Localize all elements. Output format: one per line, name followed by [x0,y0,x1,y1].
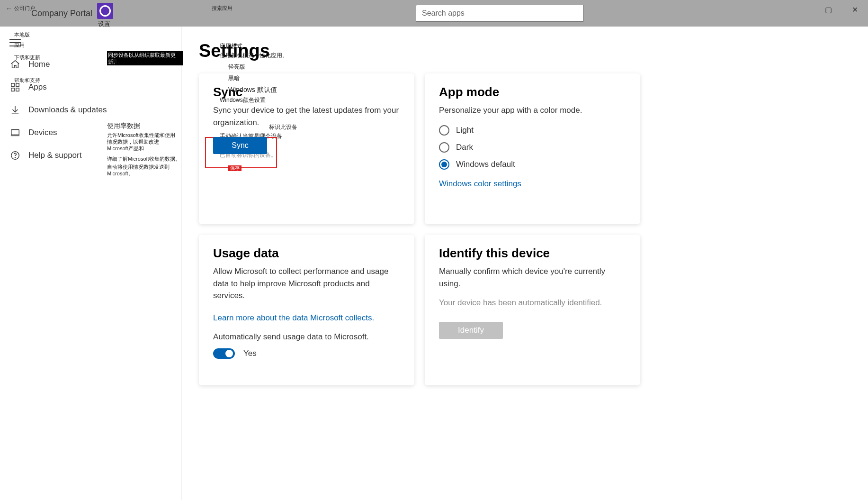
sync-button[interactable]: Sync [213,137,267,154]
overlay-cn-search: 搜索应用 [212,5,233,12]
overlay-cn-dark: 黑暗 [228,75,240,82]
overlay-cn-usage-desc: 允许Microsoft收集性能和使用情况数据，以帮助改进Microsoft产品和 [107,132,178,152]
radio-dark-label: Dark [456,143,473,152]
overlay-cn-appmode-desc: 使用颜色模式个性化应用。 [220,52,288,59]
overlay-cn-localization: 本地版 [14,31,30,38]
appmode-title: App mode [439,85,626,100]
identify-status: Your device has been automatically ident… [439,298,626,308]
sync-button-area: Sync 保存 [213,137,400,175]
svg-rect-0 [11,83,14,86]
usage-learn-more-link[interactable]: Learn more about the data Microsoft coll… [213,313,374,323]
usage-title: Usage data [213,246,400,261]
card-sync: Sync Sync your device to get the latest … [199,73,414,224]
usage-toggle-row: Yes [213,348,400,359]
nav-help-label: Help & support [28,151,81,160]
home-icon [9,59,21,70]
radio-light-label: Light [456,126,474,135]
identify-title: Identify this device [439,246,626,261]
overlay-cn-appmode: 应用模式 [220,43,242,49]
nav-home-label: Home [28,60,50,69]
sync-button-label: Sync [232,141,249,150]
radio-dark[interactable]: Dark [439,142,626,153]
logo-circle-icon [99,5,111,17]
svg-rect-3 [16,88,19,91]
usage-toggle-label: Yes [243,349,257,358]
overlay-cn-usage-auto: 自动将使用情况数据发送到Microsoft。 [107,164,181,177]
overlay-cn-apps: 应用 [14,42,25,49]
close-button[interactable]: ✕ [841,0,868,19]
search-input[interactable]: Search apps [416,5,584,22]
search-placeholder: Search apps [422,9,465,18]
window-controls: ▢ ✕ [815,0,868,19]
overlay-cn-usage-heading: 使用率数据 [107,122,140,129]
nav-apps[interactable]: Apps [0,76,181,99]
titlebar: ← 公司门户 Company Portal 设置 搜索应用 Search app… [0,0,868,27]
page-title: Settings [199,41,851,61]
overlay-cn-save: 保存 [228,165,242,171]
app-logo [97,3,113,19]
devices-icon [9,127,21,138]
radio-windef-label: Windows default [456,160,515,169]
appmode-description: Personalize your app with a color mode. [439,104,626,117]
nav-apps-label: Apps [28,82,47,92]
sidebar: 本地版 应用 下载和更新 Home 帮助和支持 Apps Downloads &… [0,27,182,500]
radio-windef-icon [439,159,449,170]
overlay-cn-light: 轻亮版 [228,64,245,70]
app-title: Company Portal [31,9,92,18]
overlay-cn-wdefault: Windows 默认值 [228,86,277,93]
apps-icon [9,82,21,92]
card-app-mode: App mode Personalize your app with a col… [425,73,640,224]
cards-grid: Sync Sync your device to get the latest … [199,73,851,385]
identify-button-label: Identify [458,326,484,335]
main-content: Settings 应用模式 使用颜色模式个性化应用。 轻亮版 黑暗 Window… [182,27,868,500]
svg-point-6 [15,157,15,158]
download-icon [9,105,21,115]
back-arrow-icon[interactable]: ← [6,5,12,12]
identify-button[interactable]: Identify [439,322,503,339]
usage-auto-send-text: Automatically send usage data to Microso… [213,332,400,342]
svg-rect-1 [16,83,19,86]
overlay-cn-sync-line2: 更新。 [107,58,123,64]
maximize-button[interactable]: ▢ [815,0,841,19]
radio-windows-default[interactable]: Windows default [439,159,626,170]
nav-devices-label: Devices [28,128,57,137]
svg-rect-4 [11,130,19,135]
usage-description: Allow Microsoft to collect performance a… [213,265,400,302]
overlay-cn-identify: 标识此设备 [269,124,297,130]
card-identify-device: Identify this device Manually confirm wh… [425,235,640,385]
toggle-knob-icon [225,350,233,357]
usage-toggle[interactable] [213,348,235,359]
overlay-cn-usage-learn: 详细了解Microsoft收集的数据。 [107,155,180,162]
help-icon [9,150,21,161]
sync-description: Sync your device to get the latest updat… [213,104,400,128]
radio-light[interactable]: Light [439,125,626,136]
radio-light-icon [439,125,449,136]
nav-downloads-label: Downloads & updates [28,105,107,115]
nav-downloads[interactable]: Downloads & updates [0,99,181,121]
card-usage-data: Usage data Allow Microsoft to collect pe… [199,235,414,385]
svg-rect-2 [11,88,14,91]
radio-dark-icon [439,142,449,153]
overlay-cn-winclr: Windows颜色设置 [220,97,266,103]
identify-description: Manually confirm which device you're cur… [439,265,626,290]
windows-color-settings-link[interactable]: Windows color settings [439,179,521,189]
